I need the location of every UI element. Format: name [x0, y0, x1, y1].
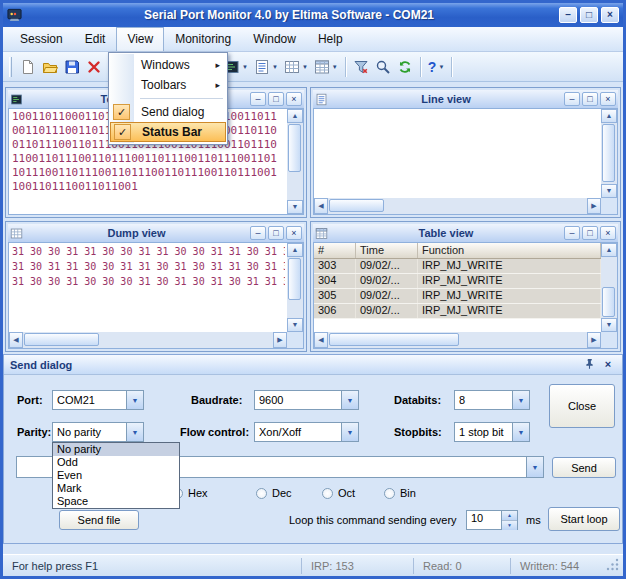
send-file-button[interactable]: Send file	[59, 510, 139, 530]
vertical-scrollbar[interactable]	[287, 109, 303, 214]
combo-dropdown-arrow[interactable]	[512, 423, 529, 441]
start-loop-button[interactable]: Start loop	[548, 507, 620, 531]
save-button[interactable]	[61, 56, 83, 78]
column-header-time[interactable]: Time	[356, 243, 418, 258]
maximize-button[interactable]: □	[268, 92, 284, 106]
menu-item-status-bar[interactable]: ✓Status Bar	[110, 122, 226, 142]
table-row[interactable]: 304 09/02/... IRP_MJ_WRITE	[314, 274, 601, 289]
flow-control-combo[interactable]: Xon/Xoff	[254, 422, 359, 442]
scroll-up-button[interactable]	[287, 109, 303, 123]
send-button[interactable]: Send	[552, 457, 616, 478]
send-dialog-header[interactable]: Send dialog ×	[4, 355, 622, 375]
loop-interval-value[interactable]: 10	[467, 511, 501, 529]
scroll-down-button[interactable]	[601, 184, 617, 198]
menu-item-toolbars[interactable]: Toolbars▸	[110, 75, 226, 95]
spinner-down-button[interactable]	[502, 521, 517, 530]
pin-icon[interactable]	[581, 358, 597, 372]
horizontal-scrollbar[interactable]	[9, 332, 287, 348]
baudrate-combo[interactable]: 9600	[254, 390, 359, 410]
minimize-button[interactable]: –	[250, 92, 266, 106]
menu-session[interactable]: Session	[9, 27, 74, 51]
spinner-up-button[interactable]	[502, 511, 517, 521]
dropdown-arrow-icon[interactable]: ▼	[332, 64, 338, 70]
scrollbar-thumb[interactable]	[329, 333, 459, 346]
parity-option-no-parity[interactable]: No parity	[53, 443, 179, 456]
scroll-up-button[interactable]	[287, 243, 303, 257]
column-header-number[interactable]: #	[314, 243, 356, 258]
close-button[interactable]: ×	[286, 226, 302, 240]
radio-dec-label[interactable]: Dec	[272, 487, 292, 499]
scroll-left-button[interactable]	[314, 332, 328, 348]
scroll-right-button[interactable]	[587, 198, 601, 214]
menu-monitoring[interactable]: Monitoring	[164, 27, 242, 51]
vertical-scrollbar[interactable]	[601, 109, 617, 198]
scroll-up-button[interactable]	[601, 109, 617, 123]
table-row[interactable]: 303 09/02/... IRP_MJ_WRITE	[314, 259, 601, 274]
maximize-button[interactable]: □	[582, 226, 598, 240]
combo-dropdown-arrow[interactable]	[341, 423, 358, 441]
databits-combo[interactable]: 8	[454, 390, 530, 410]
vertical-scrollbar[interactable]	[601, 243, 617, 332]
stopbits-combo[interactable]: 1 stop bit	[454, 422, 530, 442]
close-button[interactable]: ×	[286, 92, 302, 106]
parity-combo[interactable]: No parity	[52, 422, 144, 442]
panel-close-button[interactable]: ×	[600, 358, 616, 372]
scrollbar-thumb[interactable]	[288, 258, 301, 300]
menu-item-windows[interactable]: Windows▸	[110, 55, 226, 75]
dump-view-titlebar[interactable]: Dump view – □ ×	[8, 224, 304, 242]
maximize-button[interactable]: □	[268, 226, 284, 240]
close-button[interactable]: ×	[600, 226, 616, 240]
scrollbar-thumb[interactable]	[602, 287, 615, 317]
minimize-button[interactable]: –	[564, 226, 580, 240]
combo-dropdown-arrow[interactable]	[126, 423, 143, 441]
new-session-button[interactable]	[17, 56, 39, 78]
dropdown-arrow-icon[interactable]: ▼	[242, 64, 248, 70]
menu-edit[interactable]: Edit	[74, 27, 117, 51]
scrollbar-thumb[interactable]	[329, 199, 384, 212]
toolbar-gripper[interactable]	[9, 57, 12, 77]
radio-hex-label[interactable]: Hex	[188, 487, 208, 499]
combo-dropdown-arrow[interactable]	[526, 457, 543, 477]
table-row[interactable]: 306 09/02/... IRP_MJ_WRITE	[314, 304, 601, 319]
open-session-button[interactable]	[39, 56, 61, 78]
menu-window[interactable]: Window	[242, 27, 307, 51]
scrollbar-thumb[interactable]	[24, 333, 99, 346]
dump-view-toggle-button[interactable]: ▼	[281, 56, 311, 78]
vertical-scrollbar[interactable]	[287, 243, 303, 332]
scrollbar-thumb[interactable]	[602, 124, 615, 182]
dropdown-arrow-icon[interactable]: ▼	[438, 64, 444, 70]
scroll-left-button[interactable]	[314, 198, 328, 214]
maximize-button[interactable]: □	[582, 92, 598, 106]
scroll-down-button[interactable]	[601, 318, 617, 332]
table-view-titlebar[interactable]: Table view – □ ×	[313, 224, 618, 242]
dropdown-arrow-icon[interactable]: ▼	[272, 64, 278, 70]
maximize-button[interactable]: □	[580, 7, 598, 23]
combo-dropdown-arrow[interactable]	[341, 391, 358, 409]
menu-view[interactable]: View	[116, 27, 164, 51]
scroll-right-button[interactable]	[273, 332, 287, 348]
table-view-toggle-button[interactable]: ▼	[311, 56, 341, 78]
radio-bin-label[interactable]: Bin	[400, 487, 416, 499]
combo-dropdown-arrow[interactable]	[512, 391, 529, 409]
parity-option-space[interactable]: Space	[53, 495, 179, 508]
close-session-button[interactable]	[83, 56, 105, 78]
table-row[interactable]: 305 09/02/... IRP_MJ_WRITE	[314, 289, 601, 304]
dropdown-arrow-icon[interactable]: ▼	[302, 64, 308, 70]
horizontal-scrollbar[interactable]	[314, 198, 601, 214]
menu-item-send-dialog[interactable]: ✓Send dialog	[110, 102, 226, 122]
search-button[interactable]	[372, 56, 394, 78]
port-combo[interactable]: COM21	[52, 390, 144, 410]
close-button[interactable]: Close	[549, 384, 615, 428]
line-view-titlebar[interactable]: Line view – □ ×	[313, 90, 618, 108]
scroll-down-button[interactable]	[287, 200, 303, 214]
help-button[interactable]: ?▼	[425, 56, 448, 78]
scroll-down-button[interactable]	[287, 318, 303, 332]
radio-dec[interactable]	[256, 488, 267, 499]
scrollbar-thumb[interactable]	[288, 124, 301, 172]
menu-help[interactable]: Help	[307, 27, 354, 51]
filter-button[interactable]	[350, 56, 372, 78]
loop-interval-spinner[interactable]: 10	[466, 510, 518, 530]
resize-grip[interactable]	[606, 558, 622, 574]
minimize-button[interactable]: –	[564, 92, 580, 106]
close-button[interactable]: ×	[600, 92, 616, 106]
